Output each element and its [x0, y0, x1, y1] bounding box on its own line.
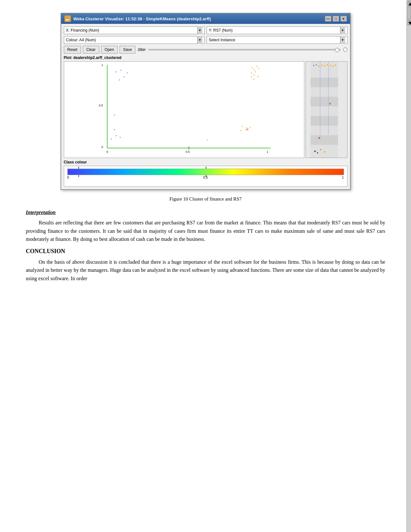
svg-text:×: ×: [120, 69, 122, 72]
jitter-end-knob[interactable]: [343, 47, 347, 52]
svg-text:×: ×: [253, 73, 255, 76]
svg-text:×: ×: [246, 127, 248, 131]
svg-text:×: ×: [113, 128, 115, 131]
svg-point-49: [324, 65, 325, 66]
svg-text:×: ×: [240, 129, 241, 132]
mini-svg: X Y: [306, 62, 347, 158]
svg-text:×: ×: [252, 78, 254, 81]
svg-rect-39: [310, 116, 338, 126]
conclusion-paragraph: On the basis of above discussion it is c…: [26, 258, 385, 283]
x-axis-dropdown[interactable]: X: Financing (Num) ▼: [64, 26, 205, 34]
svg-text:0: 0: [101, 145, 103, 149]
weka-titlebar: ☕ Weka Clusterer Visualize: 11:52:38 - S…: [61, 14, 350, 24]
svg-text:×: ×: [118, 78, 120, 82]
svg-point-48: [321, 64, 322, 66]
plot-title: Plot: dealership2.arff_clustered: [64, 55, 347, 60]
svg-text:×: ×: [241, 125, 243, 128]
select-instance-arrow[interactable]: ▼: [340, 36, 345, 44]
minimize-button[interactable]: —: [325, 16, 331, 22]
svg-text:×: ×: [110, 137, 112, 141]
conclusion-section: CONCLUSION On the basis of above discuss…: [26, 248, 385, 283]
colour-mid-label: 0.5: [203, 176, 208, 179]
svg-text:×: ×: [126, 71, 128, 74]
svg-text:1: 1: [267, 150, 268, 153]
svg-text:×: ×: [123, 75, 125, 78]
colour-label: Colour: A4 (Num): [66, 38, 96, 42]
svg-point-45: [313, 65, 314, 66]
select-instance-label: Select Instance: [209, 38, 235, 42]
scatter-plot[interactable]: 1 0.5 0 0 0.5 1 × × × ×: [64, 61, 304, 158]
colour-max-label: 1: [342, 176, 344, 179]
clear-button[interactable]: Clear: [83, 46, 99, 54]
svg-rect-40: [310, 135, 338, 145]
colour-bar-container: 0 0.5 1: [64, 166, 347, 187]
figure-caption: Figure 10 Cluster of finance and RS7: [26, 196, 385, 202]
svg-text:×: ×: [206, 138, 208, 142]
mini-plot[interactable]: X Y: [306, 61, 347, 158]
svg-text:×: ×: [113, 113, 115, 117]
weka-window: ☕ Weka Clusterer Visualize: 11:52:38 - S…: [61, 13, 351, 190]
svg-point-56: [320, 149, 321, 150]
titlebar-controls[interactable]: — □ ×: [325, 16, 347, 22]
mini-scrollbar[interactable]: ▲ ▼: [406, 0, 411, 532]
svg-point-47: [318, 65, 319, 67]
open-button[interactable]: Open: [101, 46, 118, 54]
interpretation-section: Interpretation Results are reflecting th…: [26, 210, 385, 243]
select-instance-dropdown[interactable]: Select Instance ▼: [207, 36, 347, 44]
svg-point-55: [317, 152, 318, 153]
svg-text:X: X: [318, 136, 320, 140]
button-row: Reset Clear Open Save Jitter: [64, 46, 347, 54]
svg-text:×: ×: [257, 75, 259, 78]
class-colour-section: Class colour 0 0.5 1: [64, 160, 347, 187]
svg-point-46: [316, 64, 317, 65]
svg-point-52: [332, 65, 333, 67]
scroll-up-arrow[interactable]: ▲: [407, 1, 411, 6]
mini-panel: X Y: [306, 61, 347, 158]
scroll-thumb[interactable]: [407, 6, 411, 19]
x-axis-arrow[interactable]: ▼: [197, 26, 202, 34]
svg-point-54: [314, 151, 316, 152]
svg-rect-37: [310, 78, 338, 87]
save-button[interactable]: Save: [120, 46, 135, 54]
y-axis-dropdown[interactable]: Y: RS7 (Num) ▼: [207, 26, 347, 34]
y-axis-label: Y: RS7 (Num): [209, 28, 233, 33]
jitter-knob[interactable]: [335, 48, 339, 52]
y-axis-arrow[interactable]: ▼: [340, 26, 345, 34]
interpretation-heading: Interpretation: [26, 210, 385, 215]
weka-content: X: Financing (Num) ▼ Y: RS7 (Num) ▼ Colo…: [61, 24, 350, 189]
svg-text:×: ×: [250, 75, 252, 78]
colour-arrow[interactable]: ▼: [197, 36, 202, 44]
x-axis-label: X: Financing (Num): [66, 28, 99, 33]
colour-row: Colour: A4 (Num) ▼ Select Instance ▼: [64, 36, 347, 44]
jitter-row: Jitter: [137, 47, 347, 52]
svg-text:0.5: 0.5: [185, 150, 189, 153]
svg-text:×: ×: [249, 126, 251, 129]
close-button[interactable]: ×: [340, 16, 347, 22]
window-title: Weka Clusterer Visualize: 11:52:38 - Sim…: [73, 16, 211, 21]
svg-text:0: 0: [106, 150, 108, 153]
colour-bar[interactable]: [67, 169, 344, 175]
class-colour-title: Class colour: [64, 160, 347, 164]
interpretation-paragraph: Results are reflecting that there are fe…: [26, 219, 385, 243]
reset-button[interactable]: Reset: [64, 46, 81, 54]
titlebar-left: ☕ Weka Clusterer Visualize: 11:52:38 - S…: [64, 15, 211, 22]
svg-point-57: [324, 151, 325, 153]
svg-text:×: ×: [250, 71, 252, 74]
colour-min-label: 0: [67, 176, 69, 179]
svg-text:×: ×: [115, 134, 117, 137]
scroll-down-arrow[interactable]: ▼: [407, 20, 411, 25]
conclusion-heading: CONCLUSION: [26, 248, 385, 255]
svg-text:Y: Y: [329, 102, 331, 105]
svg-point-51: [329, 65, 331, 66]
colour-dropdown[interactable]: Colour: A4 (Num) ▼: [64, 36, 205, 44]
svg-point-50: [327, 64, 328, 65]
svg-text:×: ×: [115, 70, 117, 74]
jitter-slider[interactable]: [148, 49, 340, 50]
plot-area: 1 0.5 0 0 0.5 1 × × × ×: [64, 61, 347, 158]
maximize-button[interactable]: □: [333, 16, 339, 22]
svg-rect-38: [310, 97, 338, 106]
weka-app-icon: ☕: [64, 15, 71, 22]
svg-text:1: 1: [101, 64, 103, 67]
jitter-label: Jitter: [137, 47, 146, 52]
svg-text:0.5: 0.5: [99, 104, 103, 107]
